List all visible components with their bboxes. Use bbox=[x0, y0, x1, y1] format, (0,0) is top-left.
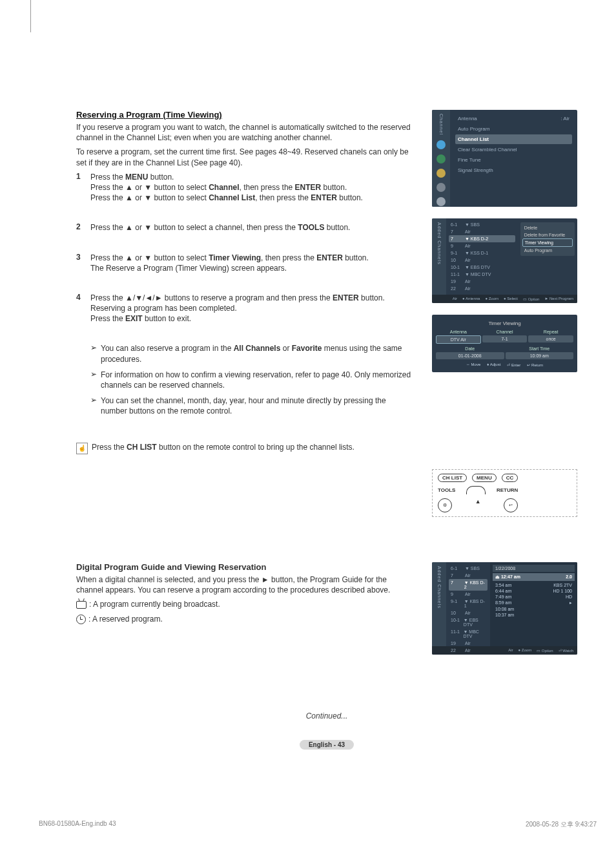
osd-footer-item: ● Zoom bbox=[485, 297, 498, 301]
picture-icon bbox=[436, 140, 446, 149]
osd-menu-item: Antenna: Air bbox=[455, 114, 572, 123]
timer-foot-item: ↩ Return bbox=[527, 363, 543, 367]
osd-channel-list: Added Channels 6-1▼ SBS7Air7▼ KBS D-29Ai… bbox=[432, 218, 577, 303]
timer-foot-item: ♦ Adjust bbox=[487, 363, 500, 367]
timer-label: Start Time bbox=[506, 345, 574, 352]
step-number: 1 bbox=[76, 172, 90, 204]
option-item: Timer Viewing bbox=[522, 238, 573, 247]
osd-timer-viewing: Timer Viewing AntennaDTV AirChannel7-1Re… bbox=[432, 315, 577, 372]
remote-illustration: CH LIST MENU CC TOOLS RETURN ⚙ ▲ ↩ bbox=[432, 469, 577, 517]
continued-label: Continued... bbox=[76, 711, 577, 721]
channel-row: 11-1▼ MBC DTV bbox=[449, 271, 515, 278]
footer-right: 2008-05-28 오후 9:43:27 bbox=[526, 820, 597, 829]
osd-side-label-3: Added Channels bbox=[437, 566, 442, 609]
tools-icon: ⚙ bbox=[438, 498, 452, 512]
guide-footer-item: Air bbox=[508, 648, 513, 653]
channel-icon bbox=[436, 169, 446, 178]
osd-menu-item: Fine Tune bbox=[455, 155, 572, 165]
timer-value: 7-1 bbox=[482, 335, 528, 342]
guide-footer-item: ▭ Option bbox=[537, 648, 553, 653]
section1-intro1: If you reserve a program you want to wat… bbox=[76, 122, 413, 143]
subnote-text: You can set the channel, month, day, yea… bbox=[101, 395, 413, 416]
option-item: Delete bbox=[522, 224, 573, 231]
step-line: Press the ▲ or ▼ button to select Channe… bbox=[90, 193, 413, 203]
osd-menu-item: Auto Program bbox=[455, 124, 572, 134]
sound-icon bbox=[436, 154, 446, 163]
guide-program-row: 7:49 amHD bbox=[493, 594, 575, 600]
osd-footer-item: Air bbox=[453, 297, 457, 301]
step-line: Press the EXIT button to exit. bbox=[90, 313, 413, 324]
channel-row: 7▼ KBS D-2 bbox=[449, 235, 515, 242]
osd-side-label-2: Added Channels bbox=[437, 222, 442, 265]
step-line: Press the ▲ or ▼ button to select a chan… bbox=[90, 222, 413, 233]
setup-icon bbox=[436, 183, 446, 192]
timer-label: Repeat bbox=[528, 328, 573, 335]
section1-intro2: To reserve a program, set the current ti… bbox=[76, 147, 413, 167]
subnote-text: You can also reserve a program in the Al… bbox=[101, 343, 413, 364]
legend-broadcast: : A program currently being broadcast. bbox=[89, 600, 220, 609]
timer-foot-item: ⏎ Enter bbox=[507, 363, 520, 367]
osd-menu-item: Channel List bbox=[455, 134, 572, 144]
channel-row: 7Air bbox=[449, 228, 515, 235]
osd-channel-menu: Channel Antenna: AirAuto ProgramChannel … bbox=[432, 110, 577, 207]
page-number: English - 43 bbox=[300, 740, 354, 750]
channel-row: 10Air bbox=[449, 257, 515, 264]
guide-head-time: ⏏ 12:47 am bbox=[495, 574, 520, 580]
clock-icon bbox=[76, 615, 86, 624]
guide-channel-row: 9-1▼ KBS D-1 bbox=[449, 598, 488, 609]
osd-footer-item: ▭ Option bbox=[523, 297, 539, 301]
guide-channel-row: 6-1▼ SBS bbox=[449, 565, 488, 572]
hand-icon: ☝ bbox=[76, 443, 88, 454]
step-line: Reserving a program has been completed. bbox=[90, 303, 413, 313]
channel-row: 22Air bbox=[449, 285, 515, 292]
osd-footer-item: ● Select bbox=[504, 297, 518, 301]
step-line: Press the ▲ or ▼ button to select Timer … bbox=[90, 253, 413, 263]
return-icon: ↩ bbox=[504, 498, 518, 512]
guide-program-row: 8:59 am▸ bbox=[493, 600, 575, 606]
section2-intro: When a digital channel is selected, and … bbox=[76, 574, 413, 595]
guide-channel-row: 22Air bbox=[449, 647, 488, 654]
step-line: Press the ▲ or ▼ button to select Channe… bbox=[90, 182, 413, 193]
step-line: The Reserve a Program (Timer Viewing) sc… bbox=[90, 263, 413, 273]
legend-reserved: : A reserved program. bbox=[88, 615, 163, 624]
osd-menu-item: Signal Strength bbox=[455, 165, 572, 175]
osd-footer-item: ● Antenna bbox=[462, 297, 480, 301]
chlist-note: Press the CH LIST button on the remote c… bbox=[92, 443, 354, 452]
timer-value: 10:09 am bbox=[506, 352, 574, 359]
tools-label: TOOLS bbox=[438, 487, 455, 493]
chevron-icon: ➢ bbox=[90, 370, 101, 390]
section2-title: Digital Program Guide and Viewing Reserv… bbox=[76, 562, 413, 572]
input-icon bbox=[436, 197, 446, 206]
option-item: Auto Program bbox=[522, 247, 573, 254]
timer-label: Channel bbox=[482, 328, 528, 335]
channel-row: 9-1▼ KSS D-1 bbox=[449, 249, 515, 257]
footer-left: BN68-01580A-Eng.indb 43 bbox=[39, 820, 116, 829]
guide-date: 1/22/2008 bbox=[495, 566, 515, 571]
osd-footer-item: ► Next Program bbox=[544, 297, 573, 301]
option-item: Delete from Favorite bbox=[522, 231, 573, 238]
guide-channel-row: 10-1▼ EBS DTV bbox=[449, 616, 488, 628]
guide-channel-row: 9Air bbox=[449, 591, 488, 598]
guide-program-row: 10:08 am bbox=[493, 606, 575, 612]
guide-channel-row: 7▼ KBS D-2 bbox=[449, 579, 488, 591]
step-number: 4 bbox=[76, 293, 90, 324]
timer-title: Timer Viewing bbox=[436, 319, 573, 328]
guide-footer-item: ● Zoom bbox=[518, 648, 532, 653]
osd-side-label: Channel bbox=[439, 114, 444, 135]
step-number: 3 bbox=[76, 253, 90, 273]
timer-label: Date bbox=[436, 345, 504, 352]
guide-program-row: 10:37 am bbox=[493, 612, 575, 618]
subnote-text: For information on how to confirm a view… bbox=[101, 370, 413, 390]
timer-value: once bbox=[528, 335, 573, 342]
timer-value: 01-01-2008 bbox=[436, 352, 504, 359]
step-number: 2 bbox=[76, 222, 90, 233]
cc-button: CC bbox=[502, 474, 518, 482]
guide-channel-row: 10Air bbox=[449, 609, 488, 616]
section1-title: Reserving a Program (Time Viewing) bbox=[76, 110, 413, 120]
chevron-icon: ➢ bbox=[90, 343, 101, 364]
guide-program-row: 6:44 amHD 1 100 bbox=[493, 588, 575, 594]
tv-icon bbox=[76, 601, 87, 609]
chevron-icon: ➢ bbox=[90, 395, 101, 416]
timer-value: DTV Air bbox=[436, 335, 481, 344]
chlist-button: CH LIST bbox=[438, 474, 467, 482]
